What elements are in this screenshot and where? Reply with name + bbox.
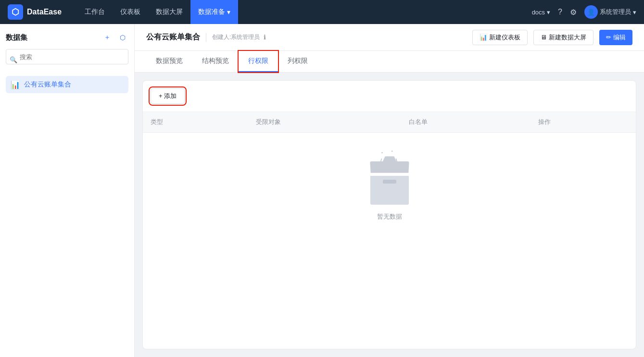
- info-circle-icon[interactable]: ℹ: [264, 34, 266, 41]
- content-area: 公有云账单集合 创建人:系统管理员 ℹ 📊 新建仪表板 🖥 新建数据大屏 ✏ 编…: [135, 24, 644, 357]
- tab-column-permission[interactable]: 列权限: [278, 51, 317, 72]
- gear-icon: ⚙: [570, 8, 577, 17]
- nav-item-workbench[interactable]: 工作台: [77, 0, 113, 24]
- logo-text: DataEase: [27, 8, 62, 16]
- logo[interactable]: ⬡ DataEase: [8, 4, 65, 20]
- col-restricted-target: 受限对象: [248, 112, 401, 133]
- cube-icon: ⬡: [120, 34, 126, 41]
- nav-item-data-prep[interactable]: 数据准备 ▾: [190, 0, 238, 24]
- docs-link[interactable]: docs ▾: [532, 9, 550, 16]
- avatar: 👤: [584, 5, 598, 19]
- plus-icon: ＋: [104, 33, 111, 42]
- content-title: 公有云账单集合: [146, 32, 200, 42]
- sidebar-item-label: 公有云账单集合: [24, 80, 71, 89]
- chevron-down-icon: ▾: [547, 9, 550, 16]
- sidebar-actions: ＋ ⬡: [101, 32, 128, 43]
- sidebar-header: 数据集 ＋ ⬡: [6, 32, 128, 43]
- settings-button[interactable]: ⚙: [570, 8, 577, 17]
- search-wrap: 🔍: [6, 49, 128, 70]
- add-row-permission-button[interactable]: + 添加: [151, 88, 185, 104]
- dashboard-icon: 📊: [480, 34, 487, 41]
- header-actions: 📊 新建仪表板 🖥 新建数据大屏 ✏ 编辑: [472, 30, 632, 45]
- content-title-wrap: 公有云账单集合 创建人:系统管理员 ℹ: [146, 32, 266, 42]
- new-datascreen-button[interactable]: 🖥 新建数据大屏: [533, 30, 593, 45]
- empty-text: 暂无数据: [377, 212, 402, 221]
- nav-item-datascreen[interactable]: 数据大屏: [148, 0, 190, 24]
- tabs-bar: 数据预览 结构预览 行权限 列权限: [135, 51, 644, 73]
- dataset-config-button[interactable]: ⬡: [117, 32, 128, 43]
- box-body: [370, 176, 409, 205]
- sidebar-item-cloud-bill[interactable]: 📊 公有云账单集合: [6, 76, 128, 93]
- divider: [206, 33, 206, 42]
- table-header-row: 类型 受限对象 白名单 操作: [143, 112, 636, 133]
- user-chevron-icon: ▾: [633, 9, 636, 16]
- tab-data-preview[interactable]: 数据预览: [146, 51, 192, 72]
- question-circle-icon: ?: [558, 8, 562, 16]
- tab-structure-preview[interactable]: 结构预览: [192, 51, 239, 72]
- edit-icon: ✏: [606, 34, 611, 41]
- dropdown-arrow-icon: ▾: [227, 8, 230, 16]
- empty-state: / | \ 暂无数据: [143, 133, 636, 250]
- content-header: 公有云账单集合 创建人:系统管理员 ℹ 📊 新建仪表板 🖥 新建数据大屏 ✏ 编…: [135, 24, 644, 51]
- col-whitelist: 白名单: [401, 112, 530, 133]
- empty-box-illustration: / | \: [366, 161, 414, 205]
- nav-right: docs ▾ ? ⚙ 👤 系统管理员 ▾: [532, 5, 636, 19]
- search-icon: 🔍: [10, 56, 17, 63]
- table-header: 类型 受限对象 白名单 操作: [143, 112, 636, 133]
- screen-icon: 🖥: [541, 34, 547, 41]
- logo-icon: ⬡: [8, 4, 23, 20]
- add-btn-wrap: + 添加: [143, 81, 636, 112]
- top-navigation: ⬡ DataEase 工作台 仪表板 数据大屏 数据准备 ▾ docs ▾ ? …: [0, 0, 644, 24]
- sidebar: 数据集 ＋ ⬡ 🔍 📊 公有云账单集合: [0, 24, 135, 357]
- nav-item-dashboard[interactable]: 仪表板: [113, 0, 148, 24]
- permissions-table: 类型 受限对象 白名单 操作: [143, 112, 636, 133]
- main-layout: 数据集 ＋ ⬡ 🔍 📊 公有云账单集合 公有云账单集合: [0, 24, 644, 357]
- col-type: 类型: [143, 112, 248, 133]
- dataset-icon: 📊: [11, 80, 20, 89]
- new-dashboard-button[interactable]: 📊 新建仪表板: [472, 30, 528, 45]
- add-dataset-button[interactable]: ＋: [101, 32, 113, 43]
- help-button[interactable]: ?: [558, 8, 562, 16]
- search-input[interactable]: [6, 49, 128, 64]
- user-menu[interactable]: 👤 系统管理员 ▾: [584, 5, 636, 19]
- creator-label: 创建人:系统管理员: [212, 33, 260, 41]
- tab-row-permission[interactable]: 行权限: [239, 51, 278, 72]
- col-action: 操作: [530, 112, 636, 133]
- table-area: + 添加 类型 受限对象 白名单 操作 / | \: [142, 80, 636, 349]
- sidebar-title: 数据集: [6, 33, 27, 42]
- edit-button[interactable]: ✏ 编辑: [599, 30, 632, 45]
- box-lid: [370, 161, 409, 173]
